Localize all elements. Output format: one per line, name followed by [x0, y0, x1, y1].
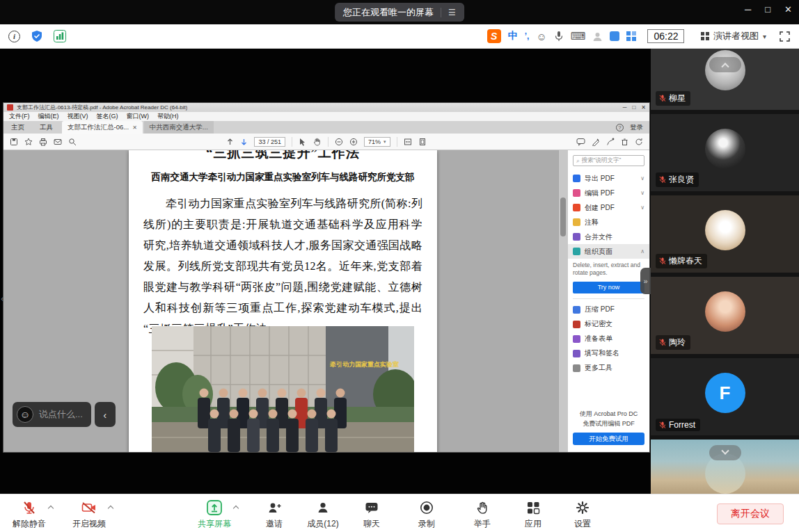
- menu-file[interactable]: 文件(F): [9, 112, 30, 121]
- apps-button[interactable]: 应用: [505, 498, 561, 530]
- punctuation-icon[interactable]: ’,: [525, 31, 530, 41]
- menu-sign[interactable]: 签名(G): [97, 112, 118, 121]
- banner-menu-icon[interactable]: ☰: [448, 8, 456, 17]
- tool-compress-pdf[interactable]: 压缩 PDF: [573, 303, 644, 317]
- video-options-caret[interactable]: [108, 506, 113, 511]
- vertical-scrollbar[interactable]: [558, 150, 567, 452]
- tab-close-icon[interactable]: ✕: [132, 124, 137, 131]
- tool-redact[interactable]: 标记密文: [573, 317, 644, 332]
- settings-button[interactable]: 设置: [555, 498, 610, 530]
- tab-document-active[interactable]: 支部工作法汇总-06... ✕: [62, 121, 143, 134]
- zoom-out-icon[interactable]: [335, 138, 343, 146]
- share-screen-button[interactable]: 共享屏幕: [187, 498, 242, 530]
- print-icon[interactable]: [39, 138, 47, 146]
- tool-edit-pdf[interactable]: 编辑 PDF ∨: [573, 186, 644, 200]
- window-maximize-button[interactable]: □: [765, 4, 770, 15]
- tab-tools[interactable]: 工具: [32, 121, 61, 134]
- menu-window[interactable]: 窗口(W): [127, 112, 150, 121]
- scrollbar-thumb[interactable]: [560, 198, 566, 236]
- fill-sign-icon[interactable]: [606, 138, 615, 146]
- tool-comment[interactable]: 注释: [573, 215, 644, 229]
- share-options-caret[interactable]: [233, 506, 239, 511]
- view-mode-select[interactable]: 演讲者视图 ▾: [701, 30, 766, 42]
- mail-icon[interactable]: [54, 138, 62, 146]
- acrobat-minimize-button[interactable]: ─: [623, 104, 627, 111]
- prev-arrow-icon[interactable]: ‹: [1, 292, 4, 304]
- tab-document-2[interactable]: 中共西南交通大学...: [144, 121, 214, 134]
- tool-combine-files[interactable]: 合并文件: [573, 229, 644, 244]
- help-icon[interactable]: ?: [616, 124, 624, 131]
- tool-organize-pages[interactable]: 组织页面 ∧: [568, 244, 649, 259]
- skin-icon[interactable]: [610, 31, 619, 41]
- menu-view[interactable]: 视图(V): [68, 112, 88, 121]
- scroll-up-button[interactable]: [709, 57, 741, 72]
- participant-tile[interactable]: F Forrest: [651, 358, 799, 435]
- participant-tile[interactable]: 张良贤: [651, 114, 799, 191]
- search-icon[interactable]: [68, 138, 77, 146]
- delete-icon[interactable]: [621, 138, 628, 146]
- window-close-button[interactable]: ✕: [784, 4, 792, 15]
- participant-tile[interactable]: [651, 440, 799, 494]
- voice-input-icon[interactable]: [554, 31, 564, 42]
- acrobat-titlebar[interactable]: 支部工作法汇总-0613-待定稿.pdf - Adobe Acrobat Rea…: [3, 103, 649, 112]
- start-free-trial-button[interactable]: 开始免费试用: [573, 433, 644, 445]
- scroll-down-button[interactable]: [709, 445, 741, 460]
- shield-icon[interactable]: [31, 30, 43, 42]
- mic-options-caret[interactable]: [48, 506, 54, 511]
- tools-search-input[interactable]: ⌕ 搜索“说明文字”: [573, 155, 644, 166]
- sogou-input-icon[interactable]: S: [487, 29, 501, 43]
- zoom-level-select[interactable]: 71% ▾: [364, 137, 390, 147]
- stats-chart-icon[interactable]: [54, 30, 66, 42]
- page-up-icon[interactable]: [226, 138, 234, 146]
- unmute-button[interactable]: 解除静音: [1, 498, 57, 530]
- participant-tile[interactable]: 陶玲: [651, 277, 799, 354]
- tool-fill-sign[interactable]: 填写和签名: [573, 346, 644, 361]
- try-now-button[interactable]: Try now: [573, 282, 644, 293]
- invite-button[interactable]: 邀请: [246, 498, 302, 530]
- members-button[interactable]: 成员(12): [295, 498, 351, 530]
- sign-in-link[interactable]: 登录: [630, 123, 643, 132]
- tool-more-tools[interactable]: 更多工具: [573, 361, 644, 376]
- highlight-icon[interactable]: [592, 138, 600, 146]
- tool-prepare-form[interactable]: 准备表单: [573, 332, 644, 346]
- acrobat-maximize-button[interactable]: □: [632, 104, 635, 111]
- tool-export-pdf[interactable]: 导出 PDF ∨: [573, 171, 644, 186]
- comment-icon[interactable]: [576, 138, 585, 146]
- emoji-tray-icon[interactable]: ☺: [536, 31, 546, 42]
- chat-collapse-button[interactable]: ‹: [95, 402, 116, 427]
- hand-tool-icon[interactable]: [313, 138, 322, 146]
- raise-hand-button[interactable]: 举手: [454, 498, 510, 530]
- page-number-field[interactable]: 33 / 251: [254, 137, 285, 147]
- participant-tile[interactable]: 柳星: [651, 49, 799, 110]
- chat-input[interactable]: ☺ 说点什么...: [13, 402, 91, 427]
- zoom-in-icon[interactable]: [349, 138, 358, 146]
- acrobat-close-button[interactable]: ✕: [641, 104, 646, 111]
- select-tool-icon[interactable]: [299, 138, 307, 146]
- fit-width-icon[interactable]: [404, 138, 412, 146]
- leave-meeting-button[interactable]: 离开会议: [717, 503, 784, 524]
- language-mode-icon[interactable]: 中: [508, 30, 518, 42]
- tool-create-pdf[interactable]: 创建 PDF ∨: [573, 200, 644, 215]
- tab-home[interactable]: 主页: [3, 121, 32, 134]
- screen-watch-banner[interactable]: 您正在观看唯一的屏幕 ☰: [335, 3, 464, 22]
- star-icon[interactable]: [24, 138, 33, 146]
- keyboard-icon[interactable]: ⌨: [571, 30, 586, 42]
- participant-tile[interactable]: 懒牌春天: [651, 195, 799, 273]
- window-minimize-button[interactable]: ─: [745, 4, 751, 15]
- record-button[interactable]: 录制: [399, 498, 454, 530]
- banner-text: 您正在观看唯一的屏幕: [343, 6, 434, 19]
- layout-grid-icon[interactable]: [626, 31, 636, 41]
- fullscreen-icon[interactable]: [779, 31, 791, 42]
- menu-help[interactable]: 帮助(H): [157, 112, 179, 121]
- fit-page-icon[interactable]: [418, 138, 427, 146]
- chat-button[interactable]: 聊天: [344, 498, 400, 530]
- sidebar-collapse-handle[interactable]: »: [640, 268, 651, 294]
- start-video-button[interactable]: 开启视频: [61, 498, 117, 530]
- info-icon[interactable]: i: [8, 31, 20, 42]
- emoji-icon[interactable]: ☺: [17, 406, 33, 423]
- save-icon[interactable]: [10, 138, 18, 146]
- menu-edit[interactable]: 编辑(E): [38, 112, 59, 121]
- refresh-icon[interactable]: [635, 138, 643, 146]
- account-tray-icon[interactable]: [592, 31, 603, 42]
- page-down-icon[interactable]: [240, 138, 248, 146]
